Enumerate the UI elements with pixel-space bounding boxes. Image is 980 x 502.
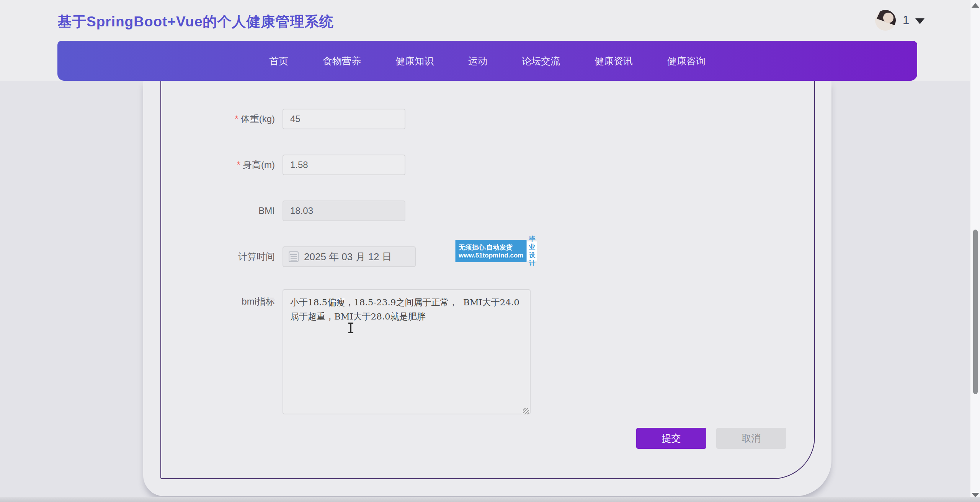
date-value: 2025 年 03 月 12 日 <box>304 250 392 264</box>
scrollbar[interactable] <box>970 0 980 502</box>
scrollbar-up-icon[interactable] <box>972 3 979 8</box>
nav-item-knowledge[interactable]: 健康知识 <box>378 41 451 81</box>
bmi-note-textarea[interactable]: 小于18.5偏瘦，18.5-23.9之间属于正常， BMI大于24.0属于超重，… <box>283 289 531 414</box>
watermark-url: www.51topmind.com <box>459 252 523 259</box>
form-row-weight: *体重(kg) <box>160 109 405 129</box>
nav-item-news[interactable]: 健康资讯 <box>577 41 650 81</box>
page-title: 基于SpringBoot+Vue的个人健康管理系统 <box>57 12 334 31</box>
chevron-down-icon <box>915 18 924 24</box>
nav-item-forum[interactable]: 论坛交流 <box>505 41 577 81</box>
calendar-icon <box>289 251 299 262</box>
form-row-bmi-note: bmi指标 小于18.5偏瘦，18.5-23.9之间属于正常， BMI大于24.… <box>160 289 531 416</box>
bmi-note-label: bmi指标 <box>160 289 275 308</box>
form-row-bmi: BMI <box>160 200 405 221</box>
form-panel <box>160 81 815 479</box>
window-bottom-edge <box>0 497 980 502</box>
height-input[interactable] <box>283 155 405 175</box>
bmi-label: BMI <box>160 205 275 216</box>
form-row-height: *身高(m) <box>160 155 405 175</box>
weight-input[interactable] <box>283 109 405 129</box>
cancel-button[interactable]: 取消 <box>716 428 786 449</box>
weight-label: *体重(kg) <box>160 113 275 125</box>
height-label: *身高(m) <box>160 159 275 171</box>
required-marker: * <box>235 114 238 124</box>
watermark-badge: 无须担心.自动发货 www.51topmind.com 毕业 设计 <box>455 240 527 262</box>
nav-item-sport[interactable]: 运动 <box>451 41 505 81</box>
form-row-date: 计算时间 2025 年 03 月 12 日 <box>160 246 416 267</box>
submit-button[interactable]: 提交 <box>636 428 706 449</box>
user-menu[interactable]: 1 <box>875 9 924 31</box>
bmi-input <box>283 200 405 221</box>
nav-item-home[interactable]: 首页 <box>252 41 305 81</box>
required-marker: * <box>237 160 240 170</box>
user-name[interactable]: 1 <box>903 13 909 27</box>
nav-item-food[interactable]: 食物营养 <box>305 41 378 81</box>
bmi-note-wrap: 小于18.5偏瘦，18.5-23.9之间属于正常， BMI大于24.0属于超重，… <box>283 289 531 416</box>
calc-time-label: 计算时间 <box>160 251 275 263</box>
text-cursor <box>350 323 351 333</box>
avatar[interactable] <box>875 10 896 31</box>
scrollbar-thumb[interactable] <box>973 230 978 394</box>
watermark-text: 无须担心.自动发货 www.51topmind.com <box>456 240 526 262</box>
date-picker[interactable]: 2025 年 03 月 12 日 <box>283 246 416 267</box>
nav-item-consult[interactable]: 健康咨询 <box>650 41 723 81</box>
watermark-side-badge: 毕业 设计 <box>527 241 537 261</box>
main-nav: 首页 食物营养 健康知识 运动 论坛交流 健康资讯 健康咨询 <box>57 41 917 81</box>
watermark-line1: 无须担心.自动发货 <box>459 243 523 252</box>
